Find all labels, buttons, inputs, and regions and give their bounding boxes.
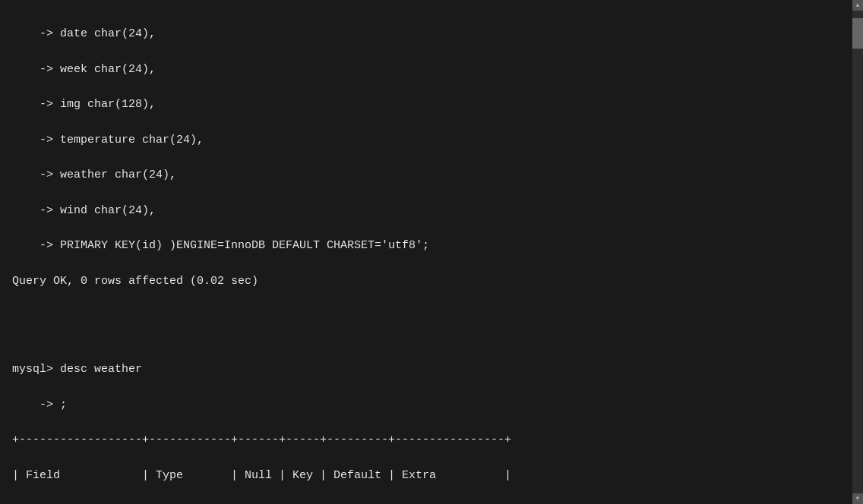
table-border-top: +------------------+------------+------+… [12, 433, 511, 446]
terminal-window: -> date char(24), -> week char(24), -> i… [0, 0, 863, 504]
pre-line-7: -> PRIMARY KEY(id) )ENGINE=InnoDB DEFAUL… [12, 239, 429, 252]
pre-line-6: -> wind char(24), [12, 204, 156, 217]
query-ok-line: Query OK, 0 rows affected (0.02 sec) [12, 275, 258, 288]
pre-line-3: -> img char(128), [12, 98, 156, 111]
scroll-down-button[interactable]: ▼ [852, 493, 863, 504]
pre-line-4: -> temperature char(24), [12, 134, 204, 146]
terminal-content: -> date char(24), -> week char(24), -> i… [12, 8, 851, 504]
table-header-row: | Field | Type | Null | Key | Default | … [12, 469, 511, 482]
pre-line-5: -> weather char(24), [12, 169, 176, 181]
empty-line [12, 328, 19, 341]
pre-line-1: -> date char(24), [12, 27, 156, 40]
pre-line-2: -> week char(24), [12, 63, 156, 76]
scroll-up-button[interactable]: ▲ [852, 0, 863, 11]
scrollbar-track[interactable]: ▲ ▼ [852, 0, 863, 504]
desc-command: mysql> desc weather [12, 363, 142, 376]
desc-arrow: -> ; [12, 398, 67, 411]
scrollbar-thumb[interactable] [852, 18, 863, 49]
